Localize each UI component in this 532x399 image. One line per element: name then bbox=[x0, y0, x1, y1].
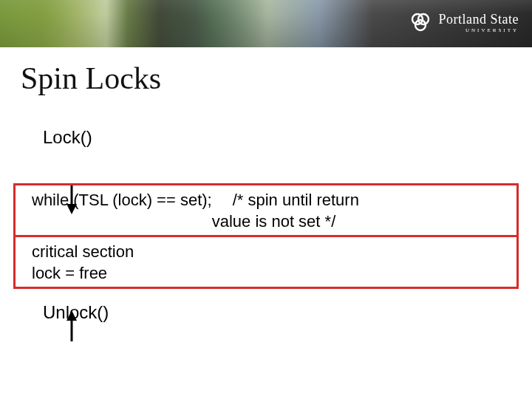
interlock-icon bbox=[408, 10, 433, 35]
slide-header: Portland State UNIVERSITY bbox=[0, 0, 532, 47]
while-code: while (TSL (lock) == set); bbox=[32, 190, 212, 211]
slide-content: Lock() while (TSL (lock) == set); /* spi… bbox=[0, 127, 532, 323]
lock-free-line: lock = free bbox=[32, 263, 503, 284]
code-box-while: while (TSL (lock) == set); /* spin until… bbox=[13, 183, 519, 237]
unlock-label: Unlock() bbox=[43, 302, 519, 323]
comment-line1: /* spin until return bbox=[233, 191, 359, 209]
university-sub: UNIVERSITY bbox=[439, 27, 519, 33]
code-box-critical: critical section lock = free bbox=[13, 235, 519, 289]
arrow-up-icon bbox=[65, 310, 78, 341]
lock-label: Lock() bbox=[43, 127, 519, 148]
slide-title: Spin Locks bbox=[21, 61, 532, 96]
critical-section-line: critical section bbox=[32, 242, 503, 263]
university-logo: Portland State UNIVERSITY bbox=[408, 10, 519, 35]
comment-line2: value is not set */ bbox=[212, 211, 336, 233]
university-name: Portland State bbox=[439, 13, 519, 26]
svg-marker-6 bbox=[66, 310, 77, 321]
